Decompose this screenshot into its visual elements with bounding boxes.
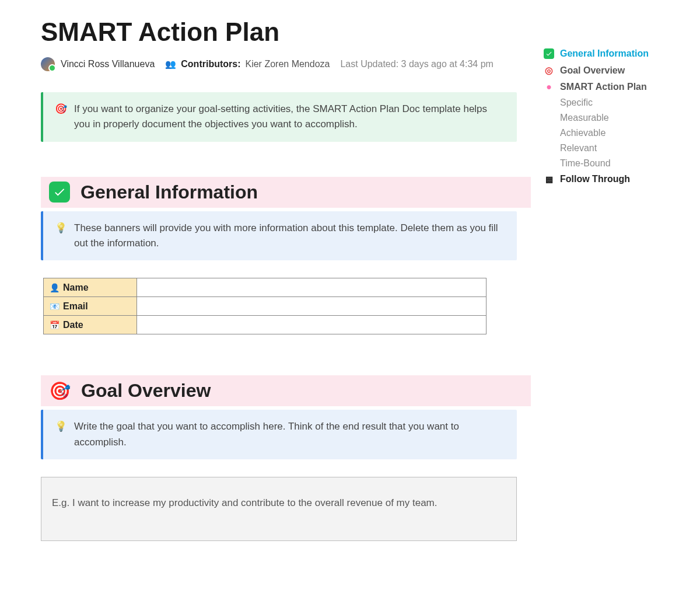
author-name: Vincci Ross Villanueva [61,59,155,69]
target-icon: 🎯 [49,382,71,400]
general-callout-text: These banners will provide you with more… [74,221,505,252]
intro-callout-text: If you want to organize your goal-settin… [74,102,505,132]
goal-callout-text: Write the goal that you want to accompli… [74,419,505,450]
row-value-date[interactable] [137,316,487,334]
section-header-general: General Information [41,177,531,208]
target-icon: 🎯 [55,102,67,117]
goal-callout: 💡 Write the goal that you want to accomp… [41,410,517,459]
page-title: SMART Action Plan [41,18,531,47]
lightbulb-icon: 💡 [55,419,67,434]
outline-sidebar: General Information ◎ Goal Overview ● SM… [531,0,688,564]
check-icon [49,182,70,203]
lightbulb-icon: 💡 [55,221,67,236]
contributors[interactable]: 👥 Contributors: Kier Zoren Mendoza [165,59,330,69]
sidebar-sub-measurable[interactable]: Measurable [544,110,688,125]
row-label-email: 📧Email [44,297,137,316]
last-updated-value: 3 days ago at 4:34 pm [401,59,494,69]
row-label-date: 📅Date [44,316,137,334]
table-row: 👤Name [44,278,487,297]
sidebar-item-label: Goal Overview [560,65,625,76]
sidebar-item-label: General Information [560,48,649,59]
avatar[interactable] [41,57,55,71]
contributors-names: Kier Zoren Mendoza [245,59,330,69]
sidebar-sub-specific[interactable]: Specific [544,95,688,110]
row-label-name: 👤Name [44,278,137,297]
document-main: SMART Action Plan Vincci Ross Villanueva… [0,0,531,564]
sidebar-item-smart-action-plan[interactable]: ● SMART Action Plan [544,79,688,95]
row-value-email[interactable] [137,297,487,316]
general-callout: 💡 These banners will provide you with mo… [41,211,517,261]
intro-callout: 🎯 If you want to organize your goal-sett… [41,92,517,142]
checkered-flag-icon: ▩ [544,175,554,184]
table-row: 📧Email [44,297,487,316]
row-value-name[interactable] [137,278,487,297]
target-icon: ◎ [544,65,554,76]
sidebar-item-label: Follow Through [560,174,630,184]
section-heading-goal: Goal Overview [81,380,211,402]
sidebar-sub-relevant[interactable]: Relevant [544,141,688,156]
chat-bubble-icon: ● [544,82,554,92]
last-updated-label: Last Updated: [340,59,398,69]
author[interactable]: Vincci Ross Villanueva [41,57,155,71]
sidebar-item-label: SMART Action Plan [560,82,647,92]
sidebar-item-general-information[interactable]: General Information [544,46,688,62]
last-updated: Last Updated: 3 days ago at 4:34 pm [340,59,493,69]
info-table: 👤Name 📧Email 📅Date [43,278,487,334]
meta-row: Vincci Ross Villanueva 👥 Contributors: K… [41,57,531,71]
table-row: 📅Date [44,316,487,334]
sidebar-item-follow-through[interactable]: ▩ Follow Through [544,171,688,187]
contributors-label: Contributors: [181,59,240,69]
section-heading-general: General Information [80,182,258,203]
calendar-icon: 📅 [50,320,60,330]
email-icon: 📧 [50,302,60,311]
check-icon [544,48,554,59]
person-icon: 👤 [50,283,60,292]
sidebar-item-goal-overview[interactable]: ◎ Goal Overview [544,62,688,79]
goal-input[interactable]: E.g. I want to increase my productivity … [41,477,517,541]
people-icon: 👥 [165,59,176,69]
sidebar-sub-achievable[interactable]: Achievable [544,125,688,141]
section-header-goal: 🎯 Goal Overview [41,375,531,406]
sidebar-sub-time-bound[interactable]: Time-Bound [544,156,688,171]
